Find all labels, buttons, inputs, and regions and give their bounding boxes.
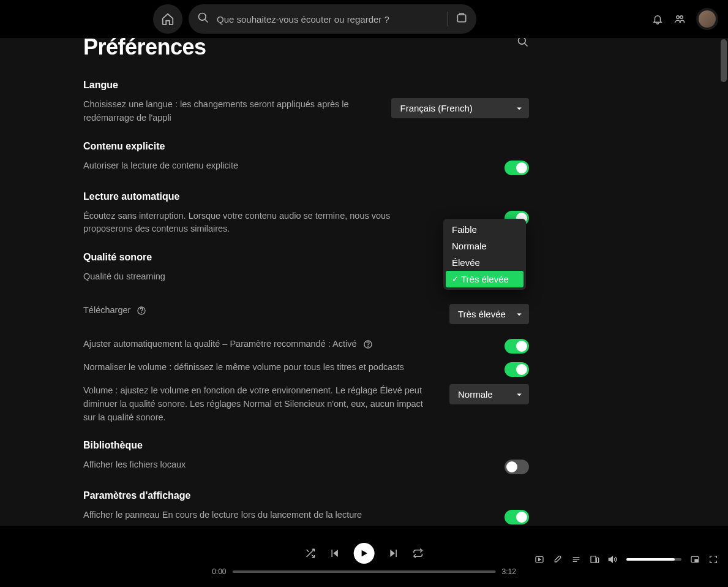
section-library-title: Bibliothèque: [83, 440, 529, 451]
svg-marker-11: [333, 550, 338, 557]
volume-button[interactable]: [608, 555, 618, 564]
local-files-label: Afficher les fichiers locaux: [83, 458, 186, 472]
time-total: 3:12: [502, 567, 516, 576]
normalize-toggle[interactable]: [505, 362, 529, 377]
section-explicit-title: Contenu explicite: [83, 141, 529, 152]
previous-button[interactable]: [329, 548, 340, 559]
home-button[interactable]: [153, 4, 182, 34]
devices-button[interactable]: [590, 555, 599, 564]
repeat-button[interactable]: [413, 548, 424, 559]
autoplay-desc: Écoutez sans interruption. Lorsque votre…: [83, 210, 423, 237]
check-icon: ✓: [452, 275, 459, 284]
now-playing-panel-label: Afficher le panneau En cours de lecture …: [83, 509, 362, 522]
svg-line-1: [205, 20, 208, 23]
quality-option-very-high[interactable]: ✓Très élevée: [446, 271, 523, 287]
language-select[interactable]: Français (French): [391, 98, 529, 118]
help-icon[interactable]: [137, 306, 146, 316]
section-autoplay-title: Lecture automatique: [83, 191, 529, 202]
volume-slider[interactable]: [626, 558, 681, 561]
svg-point-10: [367, 346, 368, 347]
settings-search-icon[interactable]: [517, 38, 529, 50]
svg-rect-25: [695, 559, 698, 561]
volume-fill: [626, 558, 675, 561]
quality-option-normal[interactable]: Normale: [446, 238, 523, 254]
svg-rect-15: [396, 550, 397, 557]
page-title: Préférences: [83, 38, 206, 60]
now-playing-view-button[interactable]: [535, 555, 544, 564]
fullscreen-button[interactable]: [708, 555, 718, 564]
lyrics-button[interactable]: [553, 555, 563, 564]
progress-bar[interactable]: [233, 570, 496, 573]
volume-level-select[interactable]: Normale: [449, 384, 529, 404]
divider: [448, 12, 448, 26]
avatar[interactable]: [696, 8, 718, 30]
browse-icon[interactable]: [456, 12, 468, 26]
time-current: 0:00: [212, 567, 226, 576]
svg-point-4: [680, 16, 683, 19]
volume-desc: Volume : ajustez le volume en fonction d…: [83, 384, 423, 424]
svg-point-0: [199, 13, 206, 21]
svg-marker-14: [390, 550, 395, 557]
scrollbar-thumb[interactable]: [721, 39, 727, 82]
streaming-quality-dropdown[interactable]: Faible Normale Élevée ✓Très élevée: [443, 219, 526, 290]
help-icon[interactable]: [363, 339, 373, 349]
explicit-desc: Autoriser la lecture de contenu explicit…: [83, 159, 238, 173]
queue-button[interactable]: [571, 555, 581, 564]
auto-adjust-toggle[interactable]: [505, 339, 529, 354]
download-quality-select[interactable]: Très élevée: [449, 304, 529, 324]
section-display-title: Paramètres d'affichage: [83, 490, 529, 501]
svg-marker-23: [609, 556, 612, 562]
home-icon: [161, 12, 174, 26]
now-playing-panel-toggle[interactable]: [505, 510, 529, 525]
svg-rect-2: [457, 15, 465, 22]
section-language-title: Langue: [83, 80, 529, 91]
notifications-icon[interactable]: [652, 13, 663, 25]
download-quality-label: Télécharger: [83, 304, 146, 317]
svg-rect-12: [331, 550, 332, 557]
miniplayer-button[interactable]: [690, 555, 700, 564]
friends-icon[interactable]: [674, 13, 685, 25]
scrollbar[interactable]: [719, 38, 728, 526]
quality-option-low[interactable]: Faible: [446, 221, 523, 238]
svg-point-8: [141, 312, 142, 313]
svg-point-3: [677, 16, 680, 19]
normalize-label: Normaliser le volume : définissez le mêm…: [83, 361, 404, 374]
next-button[interactable]: [388, 548, 399, 559]
svg-marker-17: [539, 558, 541, 561]
auto-adjust-label: Ajuster automatiquement la qualité – Par…: [83, 338, 373, 351]
streaming-quality-label: Qualité du streaming: [83, 270, 165, 284]
svg-rect-21: [591, 556, 596, 563]
search-bar[interactable]: [189, 4, 476, 34]
svg-rect-22: [596, 558, 598, 562]
svg-line-6: [525, 44, 528, 47]
svg-marker-13: [362, 550, 367, 557]
quality-option-high[interactable]: Élevée: [446, 254, 523, 271]
play-button[interactable]: [354, 543, 375, 564]
search-icon: [197, 12, 209, 26]
explicit-toggle[interactable]: [505, 161, 529, 175]
shuffle-button[interactable]: [305, 548, 316, 559]
language-desc: Choisissez une langue : les changements …: [83, 98, 367, 125]
search-input[interactable]: [217, 14, 440, 25]
local-files-toggle[interactable]: [505, 460, 529, 474]
play-icon: [359, 548, 369, 558]
